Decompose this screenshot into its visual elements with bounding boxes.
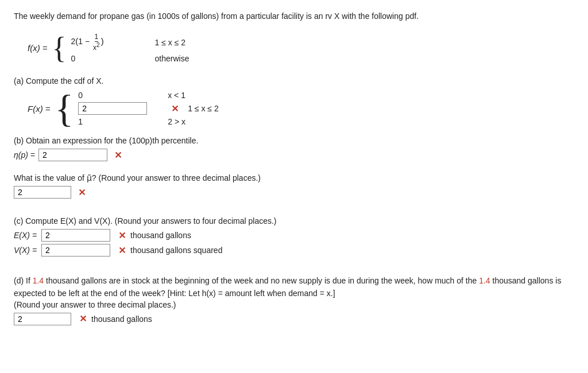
cdf-case3-expr: 1	[78, 117, 158, 126]
cdf-case1-cond: x < 1	[168, 91, 185, 100]
eta-input[interactable]	[38, 149, 107, 161]
part-d-input[interactable]	[14, 313, 71, 325]
pdf-brace: {	[52, 33, 67, 63]
pdf-case2-cond: otherwise	[155, 54, 189, 63]
part-a: (a) Compute the cdf of X. F(x) = { 0 x <…	[14, 76, 574, 128]
vx-label: V(X) =	[14, 246, 37, 255]
ex-unit: thousand gallons	[130, 231, 191, 240]
pdf-case1-cond: 1 ≤ x ≤ 2	[155, 38, 186, 47]
vx-unit: thousand gallons squared	[130, 246, 222, 255]
part-d: (d) If 1.4 thousand gallons are in stock…	[14, 274, 574, 325]
cdf-case1-expr: 0	[78, 91, 158, 100]
part-a-label: (a) Compute the cdf of X.	[14, 76, 574, 86]
part-b: (b) Obtain an expression for the (100p)t…	[14, 136, 574, 199]
pdf-cases: 2(1 − 1x2) 1 ≤ x ≤ 2 0 otherwise	[71, 33, 189, 63]
ex-label: E(X) =	[14, 231, 37, 240]
part-b-label: (b) Obtain an expression for the (100p)t…	[14, 136, 574, 145]
pdf-block: f(x) = { 2(1 − 1x2) 1 ≤ x ≤ 2 0 otherwis…	[28, 33, 574, 63]
part-d-unit: thousand gallons	[91, 314, 152, 324]
ex-input[interactable]	[41, 229, 110, 242]
eta-xmark: ✕	[114, 150, 122, 161]
ex-xmark: ✕	[118, 230, 126, 241]
mu-input[interactable]	[14, 186, 71, 199]
cdf-case3-cond: 2 > x	[168, 117, 185, 126]
cdf-case2: ✕ 1 ≤ x ≤ 2	[78, 102, 219, 115]
cdf-brace: {	[55, 89, 74, 128]
part-d-amount1: 1.4	[33, 276, 44, 285]
pdf-case1-expr: 2(1 − 1x2)	[71, 33, 146, 52]
pdf-case2: 0 otherwise	[71, 54, 189, 63]
vx-row: V(X) = ✕ thousand gallons squared	[14, 244, 574, 257]
mu-row: ✕	[14, 186, 574, 199]
part-d-round: (Round your answer to three decimal plac…	[14, 300, 574, 309]
part-d-answer-row: ✕ thousand gallons	[14, 313, 574, 325]
intro-text: The weekly demand for propane gas (in 10…	[14, 10, 574, 22]
part-c: (c) Compute E(X) and V(X). (Round your a…	[14, 216, 574, 257]
part-d-text: (d) If 1.4 thousand gallons are in stock…	[14, 274, 574, 300]
eta-label: η(p) =	[14, 150, 35, 160]
cdf-case2-input-container	[78, 102, 158, 115]
part-d-label1: (d) If	[14, 276, 33, 285]
cdf-fx-label: F(x) =	[28, 104, 51, 114]
cdf-cases: 0 x < 1 ✕ 1 ≤ x ≤ 2 1 2 > x	[78, 91, 219, 126]
ex-row: E(X) = ✕ thousand gallons	[14, 229, 574, 242]
part-d-xmark: ✕	[79, 313, 87, 324]
part-d-amount2: 1.4	[479, 276, 490, 285]
cdf-block: F(x) = { 0 x < 1 ✕ 1 ≤ x ≤ 2 1 2 > x	[28, 89, 574, 128]
cdf-case1: 0 x < 1	[78, 91, 219, 100]
vx-xmark: ✕	[118, 245, 126, 256]
cdf-case2-input[interactable]	[78, 102, 147, 115]
pdf-case2-expr: 0	[71, 54, 146, 63]
cdf-case2-xmark: ✕	[171, 103, 179, 114]
part-c-label: (c) Compute E(X) and V(X). (Round your a…	[14, 216, 574, 226]
mu-question: What is the value of μ̃? (Round your ans…	[14, 173, 574, 182]
part-d-label2: thousand gallons are in stock at the beg…	[44, 276, 479, 285]
eta-row: η(p) = ✕	[14, 149, 574, 161]
vx-input[interactable]	[41, 244, 110, 257]
pdf-case1: 2(1 − 1x2) 1 ≤ x ≤ 2	[71, 33, 189, 52]
mu-xmark: ✕	[78, 187, 86, 198]
cdf-case3: 1 2 > x	[78, 117, 219, 126]
cdf-case2-cond: 1 ≤ x ≤ 2	[188, 104, 219, 113]
pdf-fx-label: f(x) =	[28, 43, 48, 53]
